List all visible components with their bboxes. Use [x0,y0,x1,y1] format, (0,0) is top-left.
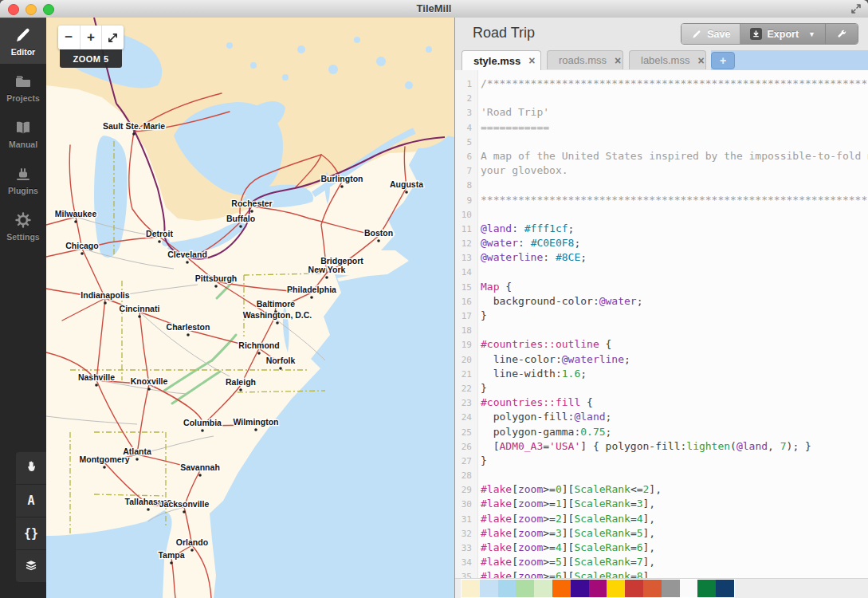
layers-tool-button[interactable] [16,550,46,582]
code-line: 12@water: #C0E0F8; [455,236,868,250]
city-label: Richmond [238,340,279,350]
color-swatch[interactable] [625,580,643,597]
zoom-in-button[interactable]: + [81,26,103,49]
city-label: Milwaukee [55,209,97,218]
code-line: 27} [455,454,868,468]
carto-tool-button[interactable]: {} [16,517,46,550]
tab-label: roads.mss [559,54,607,66]
download-icon [750,28,762,40]
code-line: 3'Road Trip' [455,105,868,120]
color-swatch[interactable] [680,580,698,597]
project-title: Road Trip [473,25,535,41]
city-label: Savannah [180,462,220,472]
sidebar-item-editor[interactable]: Editor [0,18,46,64]
color-swatch[interactable] [480,580,498,597]
sidebar-item-label: Editor [0,47,46,57]
fullscreen-icon[interactable] [850,3,862,14]
city-label: Boston [364,228,393,238]
map-fullscreen-button[interactable] [102,26,124,49]
color-swatch[interactable] [498,580,516,597]
sidebar-item-settings[interactable]: Settings [0,203,46,249]
line-number: 18 [455,324,472,338]
code-line: 19#countries::outline { [455,337,868,352]
line-number: 32 [455,527,472,541]
close-tab-icon[interactable]: × [697,54,704,67]
line-number: 22 [455,382,472,396]
close-tab-icon[interactable]: × [615,54,621,67]
fonts-tool-button[interactable]: A [16,485,46,517]
layers-icon [24,557,38,575]
line-number: 34 [455,556,472,570]
code-line: 30#lake[zoom>=1][ScaleRank=3], [455,497,868,511]
zoom-out-button[interactable]: − [58,26,81,49]
city-label: Cincinnati [120,304,160,313]
wrench-icon [836,29,847,40]
line-number: 4 [455,121,472,136]
color-swatch[interactable] [516,580,534,597]
city-label: Raleigh [226,377,256,387]
project-settings-button[interactable] [826,24,858,44]
code-line: 32#lake[zoom>=3][ScaleRank=5], [455,526,868,541]
hand-icon [24,459,38,477]
map-preview[interactable]: Sault Ste. MarieMilwaukeeChicagoDetroitC… [46,18,454,598]
city-dot [147,508,150,511]
export-button[interactable]: Export ▼ [740,24,826,44]
palette-bar [455,578,868,598]
code-editor[interactable]: 1/**************************************… [455,70,868,579]
city-dot [74,220,77,223]
color-swatch[interactable] [607,580,625,597]
city-label: Columbia [183,418,222,427]
color-swatch[interactable] [697,580,716,597]
line-number: 25 [455,426,472,440]
city-label: Detroit [146,229,173,238]
tilemill-window: TileMill EditorProjectsManualPluginsSett… [0,0,868,598]
line-number: 15 [455,281,472,295]
window-titlebar[interactable]: TileMill [0,0,868,18]
color-swatch[interactable] [534,580,552,597]
line-number: 20 [455,353,472,368]
color-swatch[interactable] [461,580,480,597]
color-swatch[interactable] [589,580,607,597]
city-label: Wilmington [233,417,278,427]
save-button[interactable]: Save [681,24,740,44]
close-tab-icon[interactable]: × [528,54,535,67]
code-line: 10 [455,207,868,222]
line-number: 28 [455,469,472,483]
window-title: TileMill [0,2,868,14]
gear-icon [14,210,33,230]
plug-icon [14,164,33,183]
sidebar-item-manual[interactable]: Manual [0,110,46,156]
code-line: 25 polygon-gamma:0.75; [455,425,868,439]
color-swatch[interactable] [716,580,734,597]
city-label: Indianapolis [81,290,129,300]
tab-roads.mss[interactable]: roads.mss× [547,50,623,69]
city-label: Jacksonville [159,499,210,509]
tab-style.mss[interactable]: style.mss× [461,50,541,70]
tab-labels.mss[interactable]: labels.mss× [629,50,706,69]
color-swatch[interactable] [552,580,571,597]
city-label: Knoxville [131,376,168,386]
code-line: 28 [455,468,868,482]
book-icon [14,118,33,137]
fonts-icon: A [27,494,34,508]
pan-tool-button[interactable] [16,452,46,485]
city-dot [340,185,344,188]
line-number: 21 [455,368,472,382]
city-label: Philadelphia [287,285,336,294]
city-dot [276,321,279,325]
city-dot [81,252,84,255]
city-label: Norfolk [266,356,296,365]
line-number: 6 [455,150,472,164]
tab-label: style.mss [473,55,520,67]
sidebar-item-plugins[interactable]: Plugins [0,156,46,203]
city-dot [198,474,202,477]
color-swatches [461,580,734,597]
sidebar-item-projects[interactable]: Projects [0,64,46,110]
add-stylesheet-button[interactable]: + [711,52,735,69]
code-line: 20 line-color:@waterline; [455,352,868,367]
line-number: 9 [455,194,472,208]
color-swatch[interactable] [643,580,662,597]
city-dot [214,285,218,288]
color-swatch[interactable] [571,580,589,597]
color-swatch[interactable] [662,580,680,597]
